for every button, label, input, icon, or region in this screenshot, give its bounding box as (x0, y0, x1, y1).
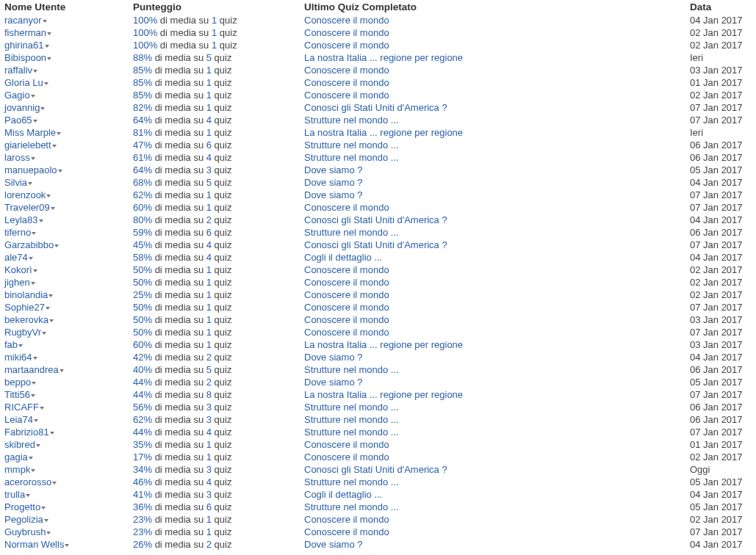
user-link[interactable]: raffaliv (4, 65, 32, 76)
user-link[interactable]: Leia74 (4, 414, 33, 425)
user-link[interactable]: ghirina61 (4, 40, 44, 51)
quiz-link[interactable]: Strutture nel mondo ... (304, 427, 399, 438)
quiz-link[interactable]: Conoscere il mondo (304, 289, 389, 300)
quiz-link[interactable]: Conosci gli Stati Uniti d'America ? (304, 239, 447, 250)
quiz-link[interactable]: La nostra Italia ... regione per regione (304, 389, 463, 400)
user-link[interactable]: ale74 (4, 252, 28, 263)
dropdown-caret-icon[interactable] (65, 544, 69, 547)
quiz-link[interactable]: Conoscere il mondo (304, 302, 389, 313)
quiz-link[interactable]: Conoscere il mondo (304, 314, 389, 325)
user-link[interactable]: Leyla83 (4, 214, 38, 225)
quiz-link[interactable]: La nostra Italia ... regione per regione (304, 52, 463, 63)
dropdown-caret-icon[interactable] (43, 20, 47, 23)
user-link[interactable]: Garzabibbo (4, 239, 54, 250)
quiz-link[interactable]: Strutture nel mondo ... (304, 476, 399, 487)
dropdown-caret-icon[interactable] (31, 157, 35, 160)
dropdown-caret-icon[interactable] (28, 182, 32, 185)
user-link[interactable]: miki64 (4, 352, 32, 363)
dropdown-caret-icon[interactable] (58, 170, 62, 173)
user-link[interactable]: trulla (4, 489, 25, 500)
dropdown-caret-icon[interactable] (32, 382, 36, 385)
user-link[interactable]: RICAFF (4, 402, 39, 413)
dropdown-caret-icon[interactable] (33, 269, 37, 272)
user-link[interactable]: Pao65 (4, 115, 32, 126)
quiz-link[interactable]: Dove siamo ? (304, 177, 362, 188)
user-link[interactable]: Silvia (4, 177, 27, 188)
dropdown-caret-icon[interactable] (48, 294, 53, 297)
quiz-link[interactable]: Strutture nel mondo ... (304, 152, 399, 163)
dropdown-caret-icon[interactable] (39, 220, 43, 222)
dropdown-caret-icon[interactable] (40, 107, 45, 110)
user-link[interactable]: fab (4, 339, 18, 350)
user-link[interactable]: jovannig (4, 102, 40, 113)
dropdown-caret-icon[interactable] (31, 95, 35, 98)
quiz-link[interactable]: Strutture nel mondo ... (304, 139, 399, 150)
quiz-link[interactable]: Conoscere il mondo (304, 264, 389, 275)
user-link[interactable]: racanyor (4, 15, 42, 26)
quiz-link[interactable]: Strutture nel mondo ... (304, 115, 399, 126)
quiz-link[interactable]: Strutture nel mondo ... (304, 227, 399, 238)
dropdown-caret-icon[interactable] (52, 145, 57, 148)
user-link[interactable]: bekerovka (4, 314, 48, 325)
dropdown-caret-icon[interactable] (44, 519, 48, 522)
user-link[interactable]: Sophie27 (4, 302, 45, 313)
quiz-link[interactable]: Dove siamo ? (304, 164, 362, 175)
dropdown-caret-icon[interactable] (52, 482, 57, 485)
quiz-link[interactable]: Conoscere il mondo (304, 526, 389, 537)
user-link[interactable]: martaandrea (4, 364, 59, 375)
quiz-link[interactable]: La nostra Italia ... regione per regione (304, 339, 463, 350)
dropdown-caret-icon[interactable] (47, 57, 51, 60)
user-link[interactable]: RugbyVr (4, 327, 41, 338)
quiz-link[interactable]: Conoscere il mondo (304, 90, 389, 101)
quiz-link[interactable]: Conosci gli Stati Uniti d'America ? (304, 464, 447, 475)
user-link[interactable]: beppo (4, 377, 31, 388)
dropdown-caret-icon[interactable] (29, 457, 33, 460)
quiz-link[interactable]: Dove siamo ? (304, 539, 362, 550)
dropdown-caret-icon[interactable] (51, 207, 55, 210)
dropdown-caret-icon[interactable] (41, 507, 46, 509)
user-link[interactable]: Bibispoon (4, 52, 46, 63)
dropdown-caret-icon[interactable] (31, 469, 35, 472)
dropdown-caret-icon[interactable] (46, 532, 51, 534)
user-link[interactable]: Guybrush (4, 526, 46, 537)
user-link[interactable]: jighen (4, 277, 30, 288)
user-link[interactable]: lorenzook (4, 189, 46, 200)
quiz-link[interactable]: Conosci gli Stati Uniti d'America ? (304, 102, 447, 113)
user-link[interactable]: Norman Wells (4, 539, 64, 550)
quiz-link[interactable]: Strutture nel mondo ... (304, 364, 399, 375)
quiz-link[interactable]: Dove siamo ? (304, 377, 362, 388)
quiz-link[interactable]: Conoscere il mondo (304, 77, 389, 88)
quiz-link[interactable]: Conoscere il mondo (304, 451, 389, 462)
dropdown-caret-icon[interactable] (33, 120, 37, 123)
user-link[interactable]: skibred (4, 439, 35, 450)
dropdown-caret-icon[interactable] (57, 132, 61, 135)
dropdown-caret-icon[interactable] (34, 419, 38, 422)
dropdown-caret-icon[interactable] (46, 307, 50, 310)
quiz-link[interactable]: Conoscere il mondo (304, 202, 389, 213)
user-link[interactable]: Progetto (4, 501, 40, 512)
dropdown-caret-icon[interactable] (33, 70, 37, 73)
user-link[interactable]: Gloria Lu (4, 77, 43, 88)
user-link[interactable]: manuepaolo (4, 164, 57, 175)
quiz-link[interactable]: Conoscere il mondo (304, 15, 389, 26)
quiz-link[interactable]: Cogli il dettaglio ... (304, 252, 382, 263)
user-link[interactable]: Fabrizio81 (4, 427, 49, 438)
quiz-link[interactable]: Strutture nel mondo ... (304, 402, 399, 413)
dropdown-caret-icon[interactable] (31, 282, 35, 285)
dropdown-caret-icon[interactable] (31, 394, 35, 397)
user-link[interactable]: laross (4, 152, 30, 163)
quiz-link[interactable]: Conoscere il mondo (304, 27, 389, 38)
quiz-link[interactable]: Conoscere il mondo (304, 327, 389, 338)
quiz-link[interactable]: La nostra Italia ... regione per regione (304, 127, 463, 138)
dropdown-caret-icon[interactable] (32, 232, 36, 235)
dropdown-caret-icon[interactable] (60, 369, 64, 372)
dropdown-caret-icon[interactable] (33, 357, 37, 360)
user-link[interactable]: Titti56 (4, 389, 30, 400)
dropdown-caret-icon[interactable] (46, 195, 51, 197)
quiz-link[interactable]: Strutture nel mondo ... (304, 414, 399, 425)
user-link[interactable]: gagia (4, 451, 28, 462)
dropdown-caret-icon[interactable] (47, 32, 51, 35)
dropdown-caret-icon[interactable] (26, 494, 30, 497)
dropdown-caret-icon[interactable] (18, 344, 23, 347)
user-link[interactable]: fisherman (4, 27, 46, 38)
